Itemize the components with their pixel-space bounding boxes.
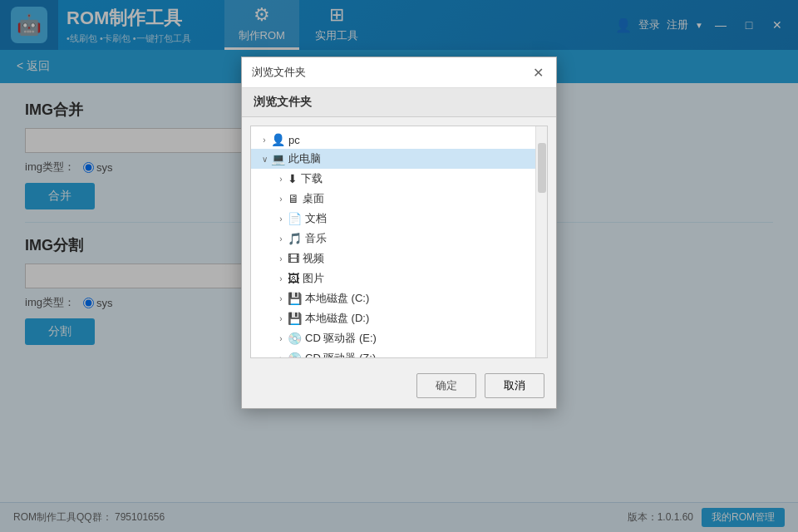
tree-arrow: › [274, 195, 288, 204]
tree-icon: 💻 [271, 152, 285, 165]
tree-arrow: › [258, 135, 271, 145]
tree-arrow: › [274, 175, 288, 184]
tree-label: 此电脑 [288, 151, 321, 166]
tree-icon: 💿 [288, 332, 302, 345]
modal-close-button[interactable]: ✕ [530, 64, 546, 81]
tree-item[interactable]: › 💾 本地磁盘 (D:) [251, 308, 535, 328]
tree-arrow: › [274, 254, 288, 264]
tree-item[interactable]: › 💿 CD 驱动器 (Z:) [251, 348, 535, 357]
tree-icon: 💾 [288, 312, 302, 325]
tree-icon: 🎞 [288, 252, 299, 265]
tree-arrow: ∨ [258, 155, 271, 164]
tree-item[interactable]: › 🖥 桌面 [251, 189, 535, 209]
modal-scrollbar[interactable] [535, 126, 547, 357]
tree-arrow: › [274, 314, 288, 323]
tree-label: 图片 [303, 271, 324, 286]
scroll-thumb[interactable] [538, 143, 546, 193]
tree-label: 本地磁盘 (D:) [305, 311, 369, 326]
modal-cancel-button[interactable]: 取消 [485, 373, 544, 398]
tree-item[interactable]: ∨ 💻 此电脑 [251, 149, 535, 169]
tree-item[interactable]: › 🎵 音乐 [251, 229, 535, 249]
tree-icon: 🖥 [288, 192, 299, 205]
tree-icon: 🎵 [288, 232, 302, 245]
modal-footer: 确定 取消 [242, 367, 556, 408]
tree-label: pc [288, 134, 300, 146]
tree-item[interactable]: › 💿 CD 驱动器 (E:) [251, 328, 535, 348]
file-tree[interactable]: › 👤 pc ∨ 💻 此电脑 › ⬇ 下载 › 🖥 桌面 › 📄 文档 › 🎵 … [251, 126, 535, 357]
tree-arrow: › [274, 294, 288, 303]
tree-label: CD 驱动器 (E:) [305, 331, 377, 346]
tree-icon: 🖼 [288, 272, 299, 285]
tree-icon: 👤 [271, 133, 285, 146]
tree-item[interactable]: › 🖼 图片 [251, 268, 535, 288]
tree-label: 文档 [305, 211, 327, 226]
tree-label: 视频 [303, 251, 324, 266]
tree-label: CD 驱动器 (Z:) [305, 351, 376, 357]
browse-folder-modal: 浏览文件夹 ✕ 浏览文件夹 › 👤 pc ∨ 💻 此电脑 › ⬇ 下载 › 🖥 … [241, 57, 557, 409]
tree-arrow: › [274, 334, 288, 343]
tree-icon: 💿 [288, 352, 302, 357]
tree-item[interactable]: › ⬇ 下载 [251, 169, 535, 189]
tree-arrow: › [274, 234, 288, 244]
modal-overlay: 浏览文件夹 ✕ 浏览文件夹 › 👤 pc ∨ 💻 此电脑 › ⬇ 下载 › 🖥 … [0, 0, 798, 532]
tree-icon: ⬇ [288, 172, 298, 185]
modal-body: › 👤 pc ∨ 💻 此电脑 › ⬇ 下载 › 🖥 桌面 › 📄 文档 › 🎵 … [250, 126, 548, 358]
modal-titlebar: 浏览文件夹 ✕ [242, 57, 556, 88]
tree-label: 本地磁盘 (C:) [305, 291, 369, 306]
modal-confirm-button[interactable]: 确定 [416, 373, 476, 398]
tree-item[interactable]: › 🎞 视频 [251, 249, 535, 268]
tree-label: 音乐 [305, 231, 327, 246]
modal-title: 浏览文件夹 [252, 65, 306, 80]
tree-label: 桌面 [303, 191, 324, 206]
tree-item[interactable]: › 📄 文档 [251, 209, 535, 229]
modal-header: 浏览文件夹 [242, 88, 556, 117]
tree-arrow: › [274, 274, 288, 283]
tree-icon: 📄 [288, 212, 302, 225]
tree-item[interactable]: › 👤 pc [251, 131, 535, 149]
tree-arrow: › [274, 354, 288, 358]
tree-icon: 💾 [288, 292, 302, 305]
tree-item[interactable]: › 💾 本地磁盘 (C:) [251, 288, 535, 308]
tree-label: 下载 [301, 171, 323, 186]
tree-arrow: › [274, 214, 288, 224]
